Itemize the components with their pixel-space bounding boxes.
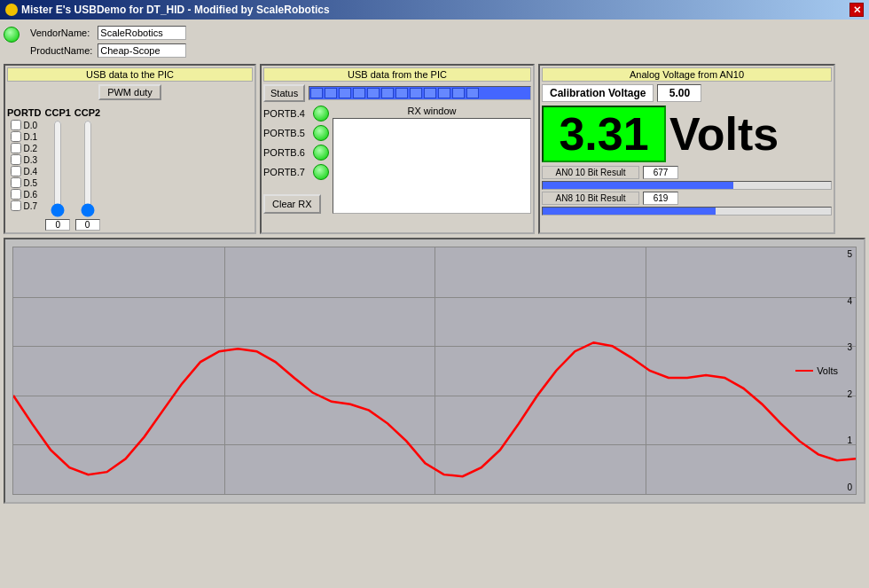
voltage-number: 3.31 [542, 106, 666, 162]
portd-group: PORTD D.0 D.1 D.2 D.3 D.4 D.5 D.6 D.7 [7, 107, 42, 231]
rx-panel: RX window [333, 106, 531, 214]
portb6-row: PORTB.6 [263, 145, 329, 161]
an0-bar [542, 181, 832, 190]
calib-value-input[interactable] [657, 84, 701, 102]
an8-label: AN8 10 Bit Result [542, 192, 639, 205]
portb7-led [313, 164, 329, 180]
chart-area: 5 4 3 2 1 0 Volts [4, 238, 865, 504]
panels-row: USB data to the PIC PWM duty PORTD D.0 D… [4, 64, 865, 234]
an8-row: AN8 10 Bit Result 619 [542, 192, 832, 205]
chart-legend: Volts [795, 365, 838, 376]
y-label-5: 5 [847, 249, 852, 259]
usb-from-pic-header: USB data from the PIC [263, 67, 531, 82]
portd-4-checkbox[interactable] [11, 166, 21, 176]
calib-label: Calibration Voltage [542, 84, 654, 102]
ccp2-label: CCP2 [74, 107, 100, 118]
an8-value: 619 [643, 192, 678, 205]
portb4-row: PORTB.4 [263, 106, 329, 122]
portd-checkboxes: D.0 D.1 D.2 D.3 D.4 D.5 D.6 D.7 [11, 120, 37, 211]
calib-row: Calibration Voltage [542, 84, 832, 102]
analog-panel: Analog Voltage from AN10 Calibration Vol… [538, 64, 835, 234]
ccp2-slider[interactable] [79, 120, 97, 217]
status-button[interactable]: Status [263, 84, 305, 102]
voltage-display: 3.31 Volts [542, 106, 832, 162]
portb5-led [313, 125, 329, 141]
title-icon [5, 4, 18, 16]
y-label-3: 3 [847, 342, 852, 352]
portb7-label: PORTB.7 [263, 167, 308, 177]
clear-rx-button[interactable]: Clear RX [263, 194, 321, 214]
pwm-label: PWM duty [98, 84, 161, 100]
portb6-led [313, 145, 329, 161]
connection-led [4, 27, 20, 43]
analog-header: Analog Voltage from AN10 [542, 67, 832, 82]
port-section: PORTD D.0 D.1 D.2 D.3 D.4 D.5 D.6 D.7 CC… [7, 107, 253, 231]
vendor-input[interactable] [98, 26, 186, 40]
ccp2-slider-container: 0 [75, 120, 100, 231]
portd-2-checkbox[interactable] [11, 143, 21, 153]
title-bar: Mister E's USBDemo for DT_HID - Modified… [0, 0, 869, 20]
rx-textarea[interactable] [333, 118, 531, 214]
status-row: Status [263, 84, 531, 102]
chart-svg [13, 247, 856, 494]
portd-5-checkbox[interactable] [11, 177, 21, 188]
ccp1-group: CCP1 0 [45, 107, 71, 231]
ccp1-value: 0 [45, 219, 70, 231]
main-container: VendorName: ProductName: USB data to the… [0, 20, 869, 588]
product-label: ProductName: [28, 43, 94, 59]
window-title: Mister E's USBDemo for DT_HID - Modified… [21, 4, 330, 16]
an0-value: 677 [643, 166, 678, 179]
portd-1-checkbox[interactable] [11, 131, 21, 142]
portb7-row: PORTB.7 [263, 164, 329, 180]
y-label-4: 4 [847, 296, 852, 306]
portd-3-checkbox[interactable] [11, 154, 21, 165]
y-label-2: 2 [847, 389, 852, 399]
an8-bar [542, 207, 832, 216]
usb-to-pic-header: USB data to the PIC [7, 67, 253, 82]
ccp2-value: 0 [75, 219, 100, 231]
portd-6-checkbox[interactable] [11, 189, 21, 200]
y-label-0: 0 [847, 482, 852, 492]
legend-label: Volts [817, 365, 838, 376]
chart-inner: 5 4 3 2 1 0 Volts [12, 247, 857, 495]
y-label-1: 1 [847, 435, 852, 445]
product-input[interactable] [98, 43, 186, 58]
portd-label: PORTD [7, 107, 42, 118]
rx-section: PORTB.4 PORTB.5 PORTB.6 PORTB.7 [263, 106, 531, 214]
an0-row: AN0 10 Bit Result 677 [542, 166, 832, 179]
portb4-led [313, 106, 329, 122]
status-progress-bar [309, 86, 531, 100]
an0-label: AN0 10 Bit Result [542, 166, 639, 179]
ccp1-label: CCP1 [45, 107, 71, 118]
ccp1-slider[interactable] [49, 120, 67, 217]
portb4-label: PORTB.4 [263, 108, 308, 119]
usb-from-pic-panel: USB data from the PIC Status [260, 64, 535, 234]
legend-line [795, 370, 813, 372]
ccp2-group: CCP2 0 [74, 107, 100, 231]
device-info: VendorName: ProductName: [27, 23, 190, 60]
ccp1-slider-container: 0 [45, 120, 70, 231]
portd-7-checkbox[interactable] [11, 200, 21, 211]
an0-bar-fill [543, 182, 733, 189]
info-row: VendorName: ProductName: [4, 23, 865, 60]
vendor-label: VendorName: [28, 25, 94, 41]
rx-window-label: RX window [333, 106, 531, 116]
close-button[interactable]: ✕ [849, 3, 864, 17]
portb-col: PORTB.4 PORTB.5 PORTB.6 PORTB.7 [263, 106, 329, 214]
portb5-label: PORTB.5 [263, 128, 308, 138]
portb6-label: PORTB.6 [263, 147, 308, 158]
voltage-unit: Volts [669, 107, 779, 161]
portb5-row: PORTB.5 [263, 125, 329, 141]
an8-bar-fill [543, 208, 716, 215]
usb-to-pic-panel: USB data to the PIC PWM duty PORTD D.0 D… [4, 64, 256, 234]
portd-0-checkbox[interactable] [11, 120, 21, 130]
